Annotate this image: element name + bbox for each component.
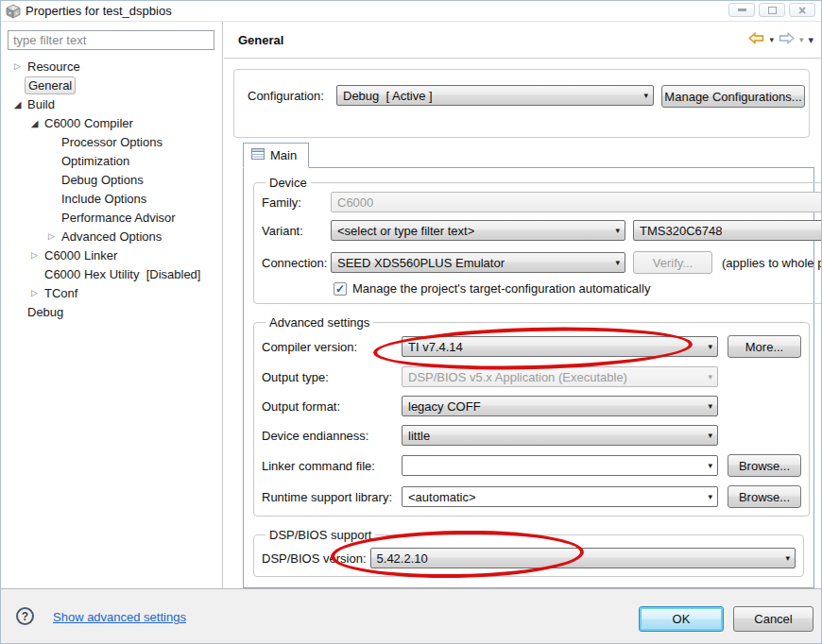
- variant-value: TMS320C6748: [640, 224, 722, 238]
- device-endianness-select[interactable]: little ▾: [402, 425, 718, 446]
- filter-input[interactable]: [8, 30, 214, 50]
- expander-expanded-icon[interactable]: ◢: [10, 99, 25, 110]
- tree-item-label: Include Options: [59, 191, 149, 207]
- verify-button[interactable]: Verify...: [633, 251, 712, 274]
- chevron-down-icon: ▾: [708, 401, 712, 411]
- manage-target-config-checkbox[interactable]: ✓: [334, 282, 347, 296]
- section-header: General ▾ ▾ ▾: [224, 22, 821, 59]
- table-grid-icon: [251, 148, 265, 162]
- variant-select[interactable]: TMS320C6748 ▾: [633, 220, 822, 241]
- chevron-down-icon: ▾: [708, 431, 712, 440]
- forward-history-caret-icon[interactable]: ▾: [799, 35, 804, 44]
- maximize-icon: [768, 7, 777, 14]
- tree-item-debug[interactable]: Debug: [1, 302, 221, 321]
- configuration-value: Debug [ Active ]: [343, 89, 433, 103]
- tree-item-label: Advanced Options: [59, 229, 164, 245]
- tree-item-c6000-linker[interactable]: ▷C6000 Linker: [1, 246, 221, 264]
- dspbios-version-value: 5.42.2.10: [377, 551, 428, 566]
- connection-select[interactable]: SEED XDS560PLUS Emulator ▾: [331, 252, 625, 273]
- browse-linker-button[interactable]: Browse...: [728, 454, 801, 477]
- tree-item-label: C6000 Hex Utility [Disabled]: [42, 266, 203, 282]
- device-endianness-value: little: [408, 429, 430, 443]
- tree-item-c6000-hex-utility[interactable]: C6000 Hex Utility [Disabled]: [1, 264, 221, 283]
- device-legend: Device: [265, 176, 311, 190]
- configuration-group: Configuration: Debug [ Active ] ▾ Manage…: [233, 69, 810, 138]
- advanced-settings-group: Advanced settings Compiler version: TI v…: [253, 315, 810, 517]
- browse-runtime-button[interactable]: Browse...: [728, 485, 801, 508]
- maximize-button[interactable]: [759, 3, 785, 17]
- chevron-down-icon: ▾: [708, 492, 712, 501]
- back-history-caret-icon[interactable]: ▾: [769, 35, 774, 44]
- expander-collapsed-icon[interactable]: ▷: [44, 231, 59, 241]
- minimize-button[interactable]: [728, 3, 755, 17]
- tree-item-general[interactable]: General: [1, 76, 221, 94]
- title-bar[interactable]: Properties for test_dspbios ×: [1, 1, 821, 22]
- expander-collapsed-icon[interactable]: ▷: [27, 250, 42, 260]
- variant-filter-value: <select or type filter text>: [337, 224, 474, 238]
- main-tab-content: Device Family: C6000 ▾ Variant: <select …: [243, 167, 814, 588]
- chevron-down-icon: ▾: [708, 372, 712, 381]
- tree-item-tconf[interactable]: ▷TConf: [1, 283, 221, 302]
- tree-item-advanced-options[interactable]: ▷Advanced Options: [1, 227, 221, 246]
- more-button[interactable]: More...: [728, 335, 801, 358]
- tree-item-label: Debug: [25, 304, 66, 320]
- compiler-version-label: Compiler version:: [262, 340, 402, 354]
- tab-label: Main: [270, 148, 297, 162]
- dspbios-support-legend: DSP/BIOS support: [265, 528, 375, 542]
- cancel-button[interactable]: Cancel: [733, 606, 813, 632]
- manage-target-config-label: Manage the project's target-configuratio…: [352, 281, 650, 296]
- show-advanced-settings-link[interactable]: Show advanced settings: [53, 610, 186, 624]
- tree-item-build[interactable]: ◢Build: [1, 94, 221, 113]
- tree-item-debug-options[interactable]: Debug Options: [1, 170, 221, 189]
- configuration-select[interactable]: Debug [ Active ] ▾: [336, 85, 654, 106]
- tree-item-performance-advisor[interactable]: Performance Advisor: [1, 208, 221, 227]
- device-group: Device Family: C6000 ▾ Variant: <select …: [253, 176, 822, 304]
- expander-collapsed-icon[interactable]: ▷: [27, 288, 42, 297]
- runtime-support-library-value: <automatic>: [408, 490, 476, 504]
- variant-label: Variant:: [262, 224, 331, 238]
- tree-item-label: Debug Options: [59, 172, 146, 188]
- output-format-select[interactable]: legacy COFF ▾: [402, 396, 718, 416]
- page-title: General: [238, 33, 283, 47]
- chevron-down-icon: ▾: [708, 342, 712, 351]
- tab-main[interactable]: Main: [243, 143, 309, 168]
- properties-tree: ▷Resource General ◢Build ◢C6000 Compiler…: [1, 57, 221, 588]
- tree-item-label: Performance Advisor: [59, 210, 179, 226]
- tree-item-optimization[interactable]: Optimization: [1, 151, 221, 170]
- connection-value: SEED XDS560PLUS Emulator: [337, 256, 505, 270]
- variant-filter-select[interactable]: <select or type filter text> ▾: [331, 220, 625, 241]
- chevron-down-icon: ▾: [643, 91, 648, 100]
- linker-command-file-select[interactable]: ▾: [402, 455, 718, 476]
- minimize-icon: [738, 8, 746, 11]
- tree-item-c6000-compiler[interactable]: ◢C6000 Compiler: [1, 113, 221, 132]
- tree-item-label: TConf: [42, 285, 80, 301]
- tree-item-label: Processor Options: [59, 134, 165, 150]
- window-title: Properties for test_dspbios: [26, 4, 172, 18]
- properties-sidebar: ▷Resource General ◢Build ◢C6000 Compiler…: [1, 22, 223, 588]
- tree-item-label: C6000 Compiler: [42, 115, 136, 131]
- dialog-footer: ? Show advanced settings OK Cancel: [1, 588, 821, 643]
- view-menu-caret-icon[interactable]: ▾: [808, 34, 813, 46]
- manage-configurations-button[interactable]: Manage Configurations...: [661, 85, 805, 108]
- family-label: Family:: [262, 195, 331, 210]
- tree-item-include-options[interactable]: Include Options: [1, 189, 221, 208]
- family-select[interactable]: C6000 ▾: [331, 192, 822, 212]
- compiler-version-select[interactable]: TI v7.4.14 ▾: [402, 336, 718, 357]
- output-type-select[interactable]: DSP/BIOS v5.x Application (Executable) ▾: [402, 366, 718, 387]
- tree-item-resource[interactable]: ▷Resource: [1, 57, 221, 76]
- dspbios-support-group: DSP/BIOS support DSP/BIOS version: 5.42.…: [253, 528, 804, 577]
- connection-label: Connection:: [262, 256, 331, 270]
- chevron-down-icon: ▾: [615, 258, 620, 267]
- help-icon[interactable]: ?: [16, 607, 34, 625]
- expander-collapsed-icon[interactable]: ▷: [10, 61, 25, 71]
- tree-item-processor-options[interactable]: Processor Options: [1, 132, 221, 151]
- ok-button[interactable]: OK: [639, 606, 724, 632]
- tree-item-label-selected: General: [25, 76, 76, 94]
- dspbios-version-select[interactable]: 5.42.2.10 ▾: [370, 548, 796, 568]
- runtime-support-library-select[interactable]: <automatic> ▾: [402, 486, 718, 507]
- close-button[interactable]: ×: [789, 3, 815, 17]
- back-arrow-icon[interactable]: [748, 31, 764, 48]
- applies-note: (applies to whole project): [722, 256, 822, 270]
- expander-expanded-icon[interactable]: ◢: [27, 118, 42, 128]
- forward-arrow-icon[interactable]: [779, 31, 795, 48]
